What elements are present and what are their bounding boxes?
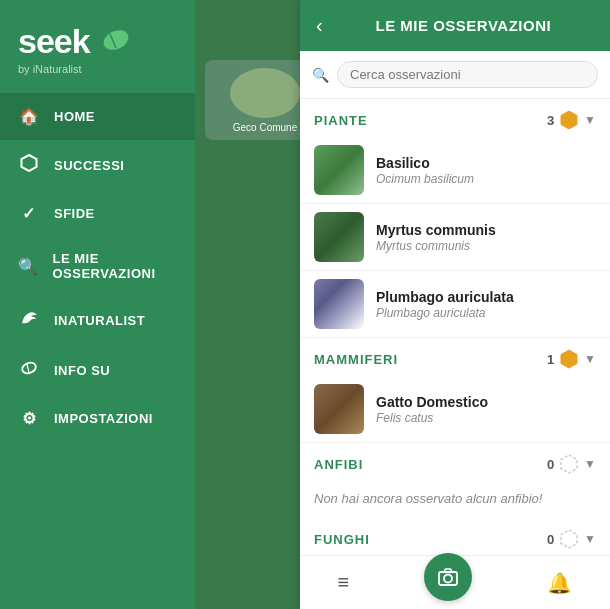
search-bar-icon: 🔍 (312, 67, 329, 83)
gatto-name: Gatto Domestico (376, 394, 596, 410)
bottom-bar: ≡ 🔔 (300, 555, 610, 609)
anfibi-chevron[interactable]: ▼ (584, 457, 596, 471)
svg-marker-6 (561, 350, 577, 368)
geco-image (230, 68, 300, 118)
svg-line-4 (27, 364, 29, 373)
observations-panel: ‹ LE MIE OSSERVAZIONI 🔍 PIANTE 3 ▼ (300, 0, 610, 609)
myrtus-name: Myrtus communis (376, 222, 596, 238)
myrtus-info: Myrtus communis Myrtus communis (376, 222, 596, 253)
basilico-name: Basilico (376, 155, 596, 171)
anfibi-badge-icon (558, 453, 580, 475)
sidebar-item-impostazioni[interactable]: ⚙ IMPOSTAZIONI (0, 395, 195, 442)
menu-icon[interactable]: ≡ (338, 571, 350, 594)
piante-badge-icon (558, 109, 580, 131)
category-mammiferi-header: MAMMIFERI 1 ▼ (300, 338, 610, 376)
search-input[interactable] (337, 61, 598, 88)
svg-marker-2 (22, 155, 37, 171)
mammiferi-count: 1 (547, 352, 554, 367)
svg-marker-5 (561, 111, 577, 129)
anfibi-right: 0 ▼ (547, 453, 596, 475)
app-name: seek (18, 22, 90, 61)
mammiferi-chevron[interactable]: ▼ (584, 352, 596, 366)
funghi-label: FUNGHI (314, 532, 370, 547)
panel-header: ‹ LE MIE OSSERVAZIONI (300, 0, 610, 51)
basilico-thumb (314, 145, 364, 195)
obs-item-plumbago[interactable]: Plumbago auriculata Plumbago auriculata (300, 271, 610, 338)
obs-item-gatto[interactable]: Gatto Domestico Felis catus (300, 376, 610, 443)
sidebar-item-osservazioni-label: LE MIE OSSERVAZIONI (53, 251, 178, 281)
geco-label: Geco Comune (233, 122, 297, 133)
sidebar-item-successi-label: SUCCESSI (54, 158, 124, 173)
search-bar: 🔍 (300, 51, 610, 99)
sidebar-item-info-su-label: INFO SU (54, 363, 110, 378)
anfibi-label: ANFIBI (314, 457, 363, 472)
sidebar-item-home[interactable]: 🏠 HOME (0, 93, 195, 140)
bell-icon[interactable]: 🔔 (547, 571, 572, 595)
bird-icon (18, 309, 40, 331)
sidebar-item-successi[interactable]: SUCCESSI (0, 140, 195, 190)
mammiferi-badge-icon (558, 348, 580, 370)
hexagon-icon (18, 154, 40, 176)
plumbago-info: Plumbago auriculata Plumbago auriculata (376, 289, 596, 320)
funghi-chevron[interactable]: ▼ (584, 532, 596, 546)
leaf-icon (94, 26, 130, 58)
gatto-thumb (314, 384, 364, 434)
piante-chevron[interactable]: ▼ (584, 113, 596, 127)
anfibi-count: 0 (547, 457, 554, 472)
sidebar-item-osservazioni[interactable]: 🔍 LE MIE OSSERVAZIONI (0, 237, 195, 295)
sidebar-item-sfide[interactable]: ✓ SFIDE (0, 190, 195, 237)
piante-label: PIANTE (314, 113, 368, 128)
check-icon: ✓ (18, 204, 40, 223)
funghi-badge-icon (558, 528, 580, 550)
back-button[interactable]: ‹ (316, 14, 323, 37)
plumbago-name: Plumbago auriculata (376, 289, 596, 305)
sidebar-item-home-label: HOME (54, 109, 95, 124)
piante-right: 3 ▼ (547, 109, 596, 131)
funghi-right: 0 ▼ (547, 528, 596, 550)
main-background: Geco Comune ‹ LE MIE OSSERVAZIONI 🔍 PIAN… (195, 0, 610, 609)
sidebar-item-sfide-label: SFIDE (54, 206, 95, 221)
gatto-info: Gatto Domestico Felis catus (376, 394, 596, 425)
svg-point-10 (444, 574, 452, 582)
sidebar: seek by iNaturalist 🏠 HOME SUCCESSI ✓ SF… (0, 0, 195, 609)
plumbago-latin: Plumbago auriculata (376, 306, 596, 320)
sidebar-item-inaturalist[interactable]: INATURALIST (0, 295, 195, 345)
gear-icon: ⚙ (18, 409, 40, 428)
by-inaturalist: by iNaturalist (18, 63, 82, 75)
sidebar-item-info-su[interactable]: INFO SU (0, 345, 195, 395)
svg-point-0 (100, 26, 130, 53)
home-icon: 🏠 (18, 107, 40, 126)
logo-area: seek by iNaturalist (0, 0, 195, 89)
panel-title: LE MIE OSSERVAZIONI (333, 17, 594, 34)
piante-count: 3 (547, 113, 554, 128)
svg-marker-7 (561, 455, 577, 473)
category-funghi-header: FUNGHI 0 ▼ (300, 518, 610, 555)
sidebar-nav: 🏠 HOME SUCCESSI ✓ SFIDE 🔍 LE MIE OSSERVA… (0, 93, 195, 442)
camera-icon (437, 566, 459, 588)
obs-item-myrtus[interactable]: Myrtus communis Myrtus communis (300, 204, 610, 271)
category-anfibi-header: ANFIBI 0 ▼ (300, 443, 610, 481)
panel-scroll: PIANTE 3 ▼ Basilico Ocimum basilicum (300, 99, 610, 555)
basilico-latin: Ocimum basilicum (376, 172, 596, 186)
myrtus-thumb (314, 212, 364, 262)
logo-row: seek (18, 22, 130, 61)
sidebar-item-inaturalist-label: INATURALIST (54, 313, 145, 328)
category-piante-header: PIANTE 3 ▼ (300, 99, 610, 137)
mammiferi-right: 1 ▼ (547, 348, 596, 370)
info-leaf-icon (18, 359, 40, 381)
svg-marker-8 (561, 530, 577, 548)
funghi-count: 0 (547, 532, 554, 547)
search-icon: 🔍 (18, 257, 39, 276)
obs-item-basilico[interactable]: Basilico Ocimum basilicum (300, 137, 610, 204)
mammiferi-label: MAMMIFERI (314, 352, 398, 367)
gatto-latin: Felis catus (376, 411, 596, 425)
plumbago-thumb (314, 279, 364, 329)
myrtus-latin: Myrtus communis (376, 239, 596, 253)
sidebar-item-impostazioni-label: IMPOSTAZIONI (54, 411, 153, 426)
basilico-info: Basilico Ocimum basilicum (376, 155, 596, 186)
anfibi-empty: Non hai ancora osservato alcun anfibio! (300, 481, 610, 518)
camera-button[interactable] (424, 553, 472, 601)
